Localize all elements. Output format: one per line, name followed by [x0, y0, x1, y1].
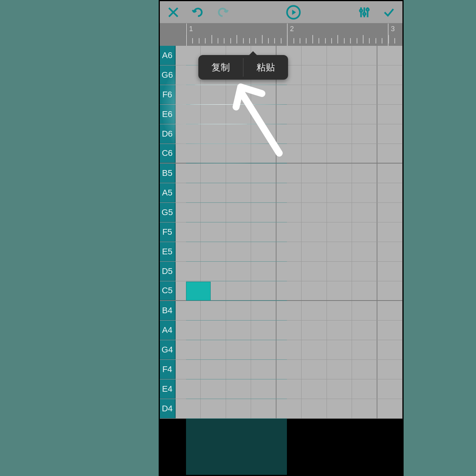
grid-cell[interactable]: [226, 242, 251, 261]
grid-cell[interactable]: [251, 242, 277, 261]
grid-cell[interactable]: [201, 124, 226, 144]
grid-cell[interactable]: [327, 379, 352, 399]
note-row[interactable]: D5: [160, 262, 402, 281]
grid-cell[interactable]: [176, 242, 201, 261]
grid-cell[interactable]: [176, 144, 201, 163]
grid-cell[interactable]: [302, 183, 327, 202]
grid-cell[interactable]: [352, 46, 377, 65]
note-cells[interactable]: [176, 321, 403, 340]
grid-cell[interactable]: [302, 105, 327, 124]
note-row[interactable]: E4: [160, 379, 402, 399]
grid-cell[interactable]: [176, 85, 201, 104]
grid-cell[interactable]: [327, 301, 352, 320]
grid-cell[interactable]: [226, 281, 251, 300]
grid-cell[interactable]: [201, 340, 226, 359]
grid-cell[interactable]: [251, 85, 277, 104]
grid-cell[interactable]: [377, 281, 403, 300]
grid-cell[interactable]: [327, 262, 352, 281]
grid-cell[interactable]: [176, 301, 201, 320]
grid-cell[interactable]: [226, 203, 251, 222]
grid-cell[interactable]: [327, 340, 352, 359]
grid-cell[interactable]: [251, 164, 277, 183]
grid-cell[interactable]: [277, 203, 302, 222]
note-row[interactable]: E6: [160, 105, 402, 124]
grid-cell[interactable]: [327, 281, 352, 300]
grid-cell[interactable]: [302, 379, 327, 399]
note-row[interactable]: C6: [160, 144, 402, 164]
note-cells[interactable]: [176, 242, 403, 261]
grid-cell[interactable]: [277, 85, 302, 104]
grid-cell[interactable]: [302, 124, 327, 144]
grid-cell[interactable]: [352, 301, 377, 320]
grid-cell[interactable]: [176, 203, 201, 222]
grid-cell[interactable]: [251, 379, 277, 399]
grid-cell[interactable]: [327, 46, 352, 65]
grid-cell[interactable]: [201, 144, 226, 163]
grid-cell[interactable]: [226, 222, 251, 242]
grid-cell[interactable]: [226, 360, 251, 379]
grid-cell[interactable]: [251, 262, 277, 281]
grid-cell[interactable]: [377, 124, 403, 144]
piano-roll-grid[interactable]: A6G6F6E6D6C6B5A5G5F5E5D5C5B4A4G4F4E4D4: [160, 46, 402, 475]
grid-cell[interactable]: [277, 164, 302, 183]
grid-cell[interactable]: [251, 340, 277, 359]
grid-cell[interactable]: [277, 340, 302, 359]
grid-cell[interactable]: [226, 399, 251, 418]
copy-menu-item[interactable]: 复制: [198, 55, 243, 80]
grid-cell[interactable]: [201, 301, 226, 320]
grid-cell[interactable]: [377, 164, 403, 183]
grid-cell[interactable]: [201, 360, 226, 379]
grid-cell[interactable]: [176, 262, 201, 281]
grid-cell[interactable]: [277, 144, 302, 163]
grid-cell[interactable]: [377, 65, 403, 85]
grid-cell[interactable]: [201, 321, 226, 340]
grid-cell[interactable]: [327, 360, 352, 379]
grid-cell[interactable]: [277, 262, 302, 281]
grid-cell[interactable]: [226, 164, 251, 183]
grid-cell[interactable]: [352, 281, 377, 300]
note-cells[interactable]: [176, 360, 403, 379]
grid-cell[interactable]: [352, 203, 377, 222]
grid-cell[interactable]: [176, 164, 201, 183]
grid-cell[interactable]: [201, 85, 226, 104]
grid-cell[interactable]: [377, 46, 403, 65]
grid-cell[interactable]: [251, 281, 277, 300]
grid-cell[interactable]: [201, 203, 226, 222]
grid-cell[interactable]: [352, 144, 377, 163]
grid-cell[interactable]: [226, 321, 251, 340]
paste-menu-item[interactable]: 粘贴: [243, 55, 288, 80]
grid-cell[interactable]: [176, 360, 201, 379]
grid-cell[interactable]: [302, 222, 327, 242]
grid-cell[interactable]: [176, 340, 201, 359]
note-row[interactable]: G4: [160, 340, 402, 360]
note-row[interactable]: A5: [160, 183, 402, 203]
note-cells[interactable]: [176, 340, 403, 359]
grid-cell[interactable]: [302, 360, 327, 379]
grid-cell[interactable]: [176, 65, 201, 85]
note-row[interactable]: G5: [160, 203, 402, 222]
grid-cell[interactable]: [327, 164, 352, 183]
grid-cell[interactable]: [327, 242, 352, 261]
grid-cell[interactable]: [327, 203, 352, 222]
grid-cell[interactable]: [352, 340, 377, 359]
close-icon[interactable]: [167, 6, 180, 19]
note-cells[interactable]: [176, 105, 403, 124]
grid-cell[interactable]: [327, 124, 352, 144]
grid-cell[interactable]: [176, 124, 201, 144]
grid-cell[interactable]: [302, 281, 327, 300]
confirm-icon[interactable]: [382, 6, 396, 19]
grid-cell[interactable]: [176, 399, 201, 418]
grid-cell[interactable]: [302, 399, 327, 418]
note-row[interactable]: F4: [160, 360, 402, 379]
grid-cell[interactable]: [377, 379, 403, 399]
grid-cell[interactable]: [377, 262, 403, 281]
grid-cell[interactable]: [377, 144, 403, 163]
note-cells[interactable]: [176, 85, 403, 104]
grid-cell[interactable]: [277, 360, 302, 379]
grid-cell[interactable]: [302, 301, 327, 320]
grid-cell[interactable]: [201, 105, 226, 124]
grid-cell[interactable]: [327, 65, 352, 85]
note-block[interactable]: [186, 282, 211, 301]
note-row[interactable]: B5: [160, 164, 402, 183]
undo-icon[interactable]: [191, 6, 204, 19]
